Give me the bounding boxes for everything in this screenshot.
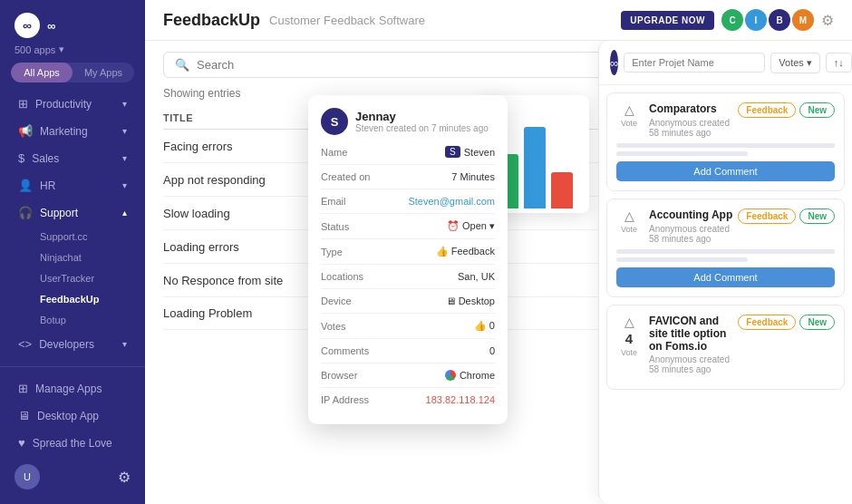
tab-all-apps[interactable]: All Apps xyxy=(11,63,73,82)
field-label: Email xyxy=(321,196,346,207)
sidebar-item-usertracker[interactable]: UserTracker xyxy=(29,268,145,288)
settings-icon[interactable]: ⚙ xyxy=(118,469,131,486)
item-meta: Anonymous created58 minutes ago xyxy=(649,354,835,374)
heart-icon: ♥ xyxy=(18,436,25,450)
panel-search-input[interactable] xyxy=(624,53,765,73)
sidebar-item-marketing[interactable]: 📢Marketing ▾ xyxy=(4,118,141,144)
panel-order-button[interactable]: ↑↓ xyxy=(826,53,852,73)
sidebar-item-extensions[interactable]: ⧉Extensions & Plugins ▾ xyxy=(4,358,141,366)
avatar-b: B xyxy=(769,9,790,31)
item-badges: Feedback New xyxy=(738,315,835,330)
item-meta: Anonymous created58 minutes ago xyxy=(649,224,835,244)
sidebar-item-supportcc[interactable]: Support.cc xyxy=(29,227,145,247)
sidebar-item-manage-apps[interactable]: ⊞ Manage Apps xyxy=(4,375,141,402)
panel-item-content: Comparators Feedback New Anonymous creat… xyxy=(649,102,835,138)
field-label: Created on xyxy=(321,171,370,182)
sidebar-tabs: All Apps My Apps xyxy=(11,63,134,82)
popup-header: S Jennay Steven created on 7 minutes ago xyxy=(321,108,495,135)
topbar-left: FeedbackUp Customer Feedback Software xyxy=(163,11,425,30)
right-panel-header: ∞ Votes ▾ ↑↓ xyxy=(599,41,852,85)
chevron-up-icon: ▴ xyxy=(122,208,127,218)
panel-item-content: FAVICON and site title option on Foms.io… xyxy=(649,315,835,374)
field-label: Browser xyxy=(321,370,357,381)
panel-item-header: △ Vote Accounting App Feedback New xyxy=(616,208,835,244)
settings-button[interactable]: ⚙ xyxy=(821,12,834,29)
sidebar-item-desktop-app[interactable]: 🖥 Desktop App xyxy=(4,402,141,429)
app-title: FeedbackUp xyxy=(163,11,260,30)
sidebar-item-productivity[interactable]: ⊞Productivity ▾ xyxy=(4,91,141,117)
logo-icon: ∞ xyxy=(15,13,40,38)
bar-3 xyxy=(551,172,573,208)
field-label: Type xyxy=(321,247,343,257)
detail-popup: S Jennay Steven created on 7 minutes ago… xyxy=(308,95,508,424)
sidebar-item-sales[interactable]: $Sales ▾ xyxy=(4,145,141,171)
vote-count: 4 xyxy=(625,331,633,346)
sidebar-item-ninjachat[interactable]: Ninjachat xyxy=(29,247,145,267)
sidebar-bottom: ⊞ Manage Apps 🖥 Desktop App ♥ Spread the… xyxy=(0,366,145,504)
popup-name: Jennay xyxy=(355,110,489,123)
popup-avatar: S xyxy=(321,108,348,135)
avatar-m: M xyxy=(792,9,814,31)
panel-item: △ 4 Vote FAVICON and site title option o… xyxy=(606,305,845,390)
marketing-icon: 📢 xyxy=(18,124,33,138)
item-badges: Feedback New xyxy=(738,102,835,118)
dollar-icon: $ xyxy=(18,151,24,165)
feedback-badge: Feedback xyxy=(738,102,796,118)
panel-sort-button[interactable]: Votes ▾ xyxy=(770,53,820,73)
upgrade-button[interactable]: UPGRADE NOW xyxy=(621,11,714,30)
vote-button[interactable]: △ 4 Vote xyxy=(616,315,642,357)
popup-field-votes: Votes 👍 0 xyxy=(321,320,495,339)
apps-count[interactable]: 500 apps ▾ xyxy=(0,42,145,63)
sidebar-item-developers[interactable]: <>Developers ▾ xyxy=(4,331,141,357)
chevron-down-icon: ▾ xyxy=(807,57,812,69)
field-label: Locations xyxy=(321,271,363,282)
sidebar-nav: ⊞Productivity ▾ 📢Marketing ▾ $Sales ▾ 👤H… xyxy=(0,90,145,366)
sidebar-item-botup[interactable]: Botup xyxy=(29,310,145,330)
topbar-right: UPGRADE NOW C I B M ⚙ xyxy=(621,9,834,31)
panel-item: △ Vote Comparators Feedback New xyxy=(606,92,845,191)
chevron-icon: ▾ xyxy=(122,339,127,349)
tab-my-apps[interactable]: My Apps xyxy=(73,63,134,82)
field-label: Name xyxy=(321,147,347,158)
sidebar: ∞ ∞ 500 apps ▾ All Apps My Apps ⊞Product… xyxy=(0,0,145,504)
popup-field-browser: Browser Chrome xyxy=(321,370,495,388)
avatar-c: C xyxy=(721,9,743,31)
panel-item-content: Accounting App Feedback New Anonymous cr… xyxy=(649,208,835,244)
field-value: 183.82.118.124 xyxy=(426,394,495,405)
vote-button[interactable]: △ Vote xyxy=(616,208,642,234)
field-value: 🖥 Desktop xyxy=(446,296,495,306)
field-label: Comments xyxy=(321,345,369,356)
field-value: San, UK xyxy=(458,271,495,282)
sidebar-item-feedbackup[interactable]: FeedbackUp xyxy=(29,289,145,309)
vote-button[interactable]: △ Vote xyxy=(616,102,642,128)
popup-field-device: Device 🖥 Desktop xyxy=(321,296,495,314)
popup-time: Steven created on 7 minutes ago xyxy=(355,123,489,133)
vote-icon: △ xyxy=(624,315,634,329)
field-value: Steven@gmail.com xyxy=(408,196,495,207)
panel-lines xyxy=(616,143,835,156)
sidebar-item-hr[interactable]: 👤HR ▾ xyxy=(4,172,141,199)
app-subtitle: Customer Feedback Software xyxy=(269,14,425,27)
popup-field-type: Type 👍 Feedback xyxy=(321,246,495,265)
popup-field-created: Created on 7 Minutes xyxy=(321,171,495,189)
chevron-icon: ▾ xyxy=(122,153,127,163)
panel-item: △ Vote Accounting App Feedback New xyxy=(606,199,845,297)
panel-item-title: Comparators xyxy=(649,102,717,115)
panel-line xyxy=(616,151,748,156)
chevron-down-icon: ▾ xyxy=(59,44,64,55)
new-badge: New xyxy=(799,208,835,224)
chevron-icon: ▾ xyxy=(122,99,127,109)
sidebar-item-spread-love[interactable]: ♥ Spread the Love xyxy=(4,430,141,456)
topbar: FeedbackUp Customer Feedback Software UP… xyxy=(145,0,852,41)
popup-field-status: Status ⏰ Open ▾ xyxy=(321,220,495,239)
add-comment-button[interactable]: Add Comment xyxy=(616,267,835,287)
search-icon: 🔍 xyxy=(175,58,189,72)
sidebar-item-support[interactable]: 🎧Support ▴ xyxy=(4,199,141,226)
add-comment-button[interactable]: Add Comment xyxy=(616,161,835,181)
panel-item-title: FAVICON and site title option on Foms.io xyxy=(649,315,738,353)
field-value: 7 Minutes xyxy=(451,171,495,182)
item-meta: Anonymous created58 minutes ago xyxy=(649,118,835,138)
vote-icon: △ xyxy=(624,102,634,117)
field-value: ⏰ Open ▾ xyxy=(447,220,495,232)
chevron-icon: ▾ xyxy=(122,180,127,190)
